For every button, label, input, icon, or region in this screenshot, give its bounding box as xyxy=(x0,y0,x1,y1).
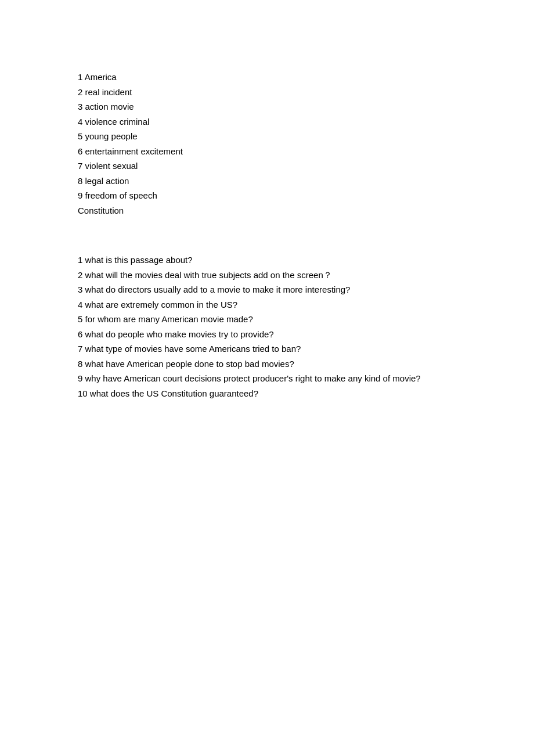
question-item: 6 what do people who make movies try to … xyxy=(78,327,534,342)
questions-list: 1 what is this passage about?2 what will… xyxy=(78,253,534,401)
vocab-item: 8 legal action xyxy=(78,174,534,189)
question-item: 4 what are extremely common in the US? xyxy=(78,297,534,312)
question-item: 9 why have American court decisions prot… xyxy=(78,371,534,386)
main-content: 1 America2 real incident3 action movie4 … xyxy=(0,0,534,401)
question-item: 3 what do directors usually add to a mov… xyxy=(78,282,534,297)
vocab-item: Constitution xyxy=(78,203,534,218)
vocab-item: 5 young people xyxy=(78,129,534,144)
question-item: 8 what have American people done to stop… xyxy=(78,357,534,372)
vocab-item: 4 violence criminal xyxy=(78,114,534,129)
question-item: 2 what will the movies deal with true su… xyxy=(78,268,534,283)
vocab-item: 2 real incident xyxy=(78,85,534,100)
question-item: 10 what does the US Constitution guarant… xyxy=(78,386,534,401)
question-item: 5 for whom are many American movie made? xyxy=(78,312,534,327)
vocab-item: 9 freedom of speech xyxy=(78,188,534,203)
question-item: 7 what type of movies have some American… xyxy=(78,341,534,357)
vocab-item: 1 America xyxy=(78,70,534,85)
question-item: 1 what is this passage about? xyxy=(78,253,534,268)
vocab-item: 3 action movie xyxy=(78,99,534,114)
vocab-item: 6 entertainment excitement xyxy=(78,144,534,159)
vocab-list: 1 America2 real incident3 action movie4 … xyxy=(78,70,534,218)
vocab-item: 7 violent sexual xyxy=(78,159,534,174)
